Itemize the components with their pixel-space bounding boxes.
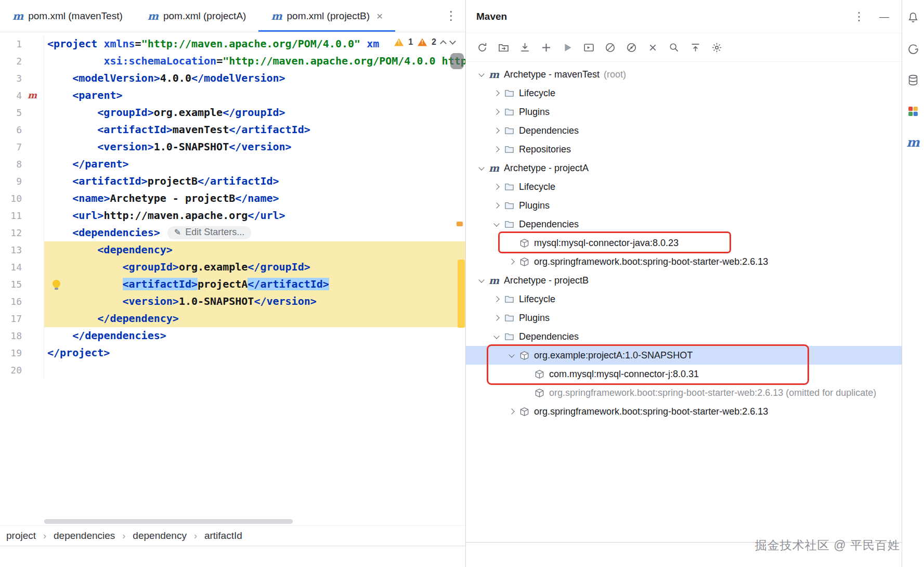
code-line[interactable]: 16 <version>1.0-SNAPSHOT</version> xyxy=(0,293,465,310)
notifications-icon[interactable] xyxy=(906,10,920,25)
chevron-right-icon[interactable] xyxy=(493,127,499,133)
breadcrumb-item[interactable]: project xyxy=(6,530,36,542)
collapse-all-button[interactable] xyxy=(689,42,701,54)
vertical-scrollbar-thumb[interactable] xyxy=(450,53,464,69)
code-line[interactable]: 5 <groupId>org.example</groupId> xyxy=(0,104,465,121)
code-text[interactable]: xsi:schemaLocation="http://maven.apache.… xyxy=(44,53,465,70)
code-text[interactable]: <parent> xyxy=(44,87,465,104)
tree-item[interactable]: Lifecycle xyxy=(466,84,902,102)
chevron-right-icon[interactable] xyxy=(509,408,514,414)
download-sources-button[interactable] xyxy=(519,42,531,54)
code-text[interactable]: <name>Archetype - projectB</name> xyxy=(44,190,465,207)
tree-item[interactable]: Plugins xyxy=(466,102,902,121)
chevron-down-icon[interactable] xyxy=(478,277,484,282)
chevron-down-icon[interactable] xyxy=(478,71,484,76)
tree-item[interactable]: Plugins xyxy=(466,308,902,327)
tree-item[interactable]: org.springframework.boot:spring-boot-sta… xyxy=(466,252,902,271)
gradle-icon[interactable] xyxy=(906,42,920,56)
code-text[interactable]: </project> xyxy=(44,344,465,362)
code-text[interactable]: <dependency> xyxy=(44,241,465,259)
tree-item[interactable]: Lifecycle xyxy=(466,290,902,308)
settings-button[interactable] xyxy=(711,42,723,54)
tree-item[interactable]: Repositories xyxy=(466,140,902,159)
code-text[interactable]: <dependencies>✎Edit Starters... xyxy=(44,224,465,241)
previous-issue-icon[interactable] xyxy=(440,40,447,47)
tree-item[interactable]: Plugins xyxy=(466,196,902,215)
code-line[interactable]: 12 <dependencies>✎Edit Starters... xyxy=(0,224,465,241)
generate-sources-button[interactable] xyxy=(498,42,510,54)
code-line[interactable]: 6 <artifactId>mavenTest</artifactId> xyxy=(0,121,465,138)
editor-tab[interactable]: mpom.xml (projectB)× xyxy=(258,0,395,32)
code-line[interactable]: 2 xsi:schemaLocation="http://maven.apach… xyxy=(0,53,465,70)
maven-module-icon[interactable]: m xyxy=(28,87,37,104)
database-icon[interactable] xyxy=(906,73,920,87)
code-text[interactable]: <version>1.0-SNAPSHOT</version> xyxy=(44,138,465,156)
reload-all-maven-projects-button[interactable] xyxy=(476,42,488,54)
add-maven-project-button[interactable] xyxy=(540,42,552,54)
code-area[interactable]: 1<project xmlns="http://maven.apache.org… xyxy=(0,32,465,379)
horizontal-scrollbar-thumb[interactable] xyxy=(44,519,293,524)
chevron-right-icon[interactable] xyxy=(509,259,514,264)
intention-bulb-icon[interactable] xyxy=(53,280,60,288)
chevron-right-icon[interactable] xyxy=(493,184,499,189)
code-text[interactable]: <artifactId>mavenTest</artifactId> xyxy=(44,121,465,138)
code-editor[interactable]: 1<project xmlns="http://maven.apache.org… xyxy=(0,32,465,518)
code-text[interactable]: </dependency> xyxy=(44,310,465,327)
code-line[interactable]: 3 <modelVersion>4.0.0</modelVersion> xyxy=(0,70,465,87)
chevron-right-icon[interactable] xyxy=(493,90,499,96)
maven-icon[interactable]: m xyxy=(906,135,920,150)
editor-tab[interactable]: mpom.xml (mavenTest) xyxy=(0,0,135,32)
code-text[interactable]: <groupId>org.example</groupId> xyxy=(44,259,465,276)
next-issue-icon[interactable] xyxy=(449,38,456,45)
code-line[interactable]: 17 </dependency> xyxy=(0,310,465,327)
code-line[interactable]: 14 <groupId>org.example</groupId> xyxy=(0,259,465,276)
more-options-icon[interactable]: ⋮ xyxy=(853,10,865,23)
breadcrumb-item[interactable]: dependencies xyxy=(54,530,115,542)
tree-item[interactable]: mArchetype - mavenTest(root) xyxy=(466,65,902,84)
tree-item[interactable]: org.springframework.boot:spring-boot-sta… xyxy=(466,402,902,421)
edit-starters-chip[interactable]: ✎Edit Starters... xyxy=(167,226,251,239)
tree-item[interactable]: com.mysql:mysql-connector-j:8.0.31 xyxy=(466,365,902,383)
tree-item[interactable]: mArchetype - projectA xyxy=(466,159,902,177)
chevron-down-icon[interactable] xyxy=(493,333,499,339)
toggle-offline-mode-button[interactable] xyxy=(626,42,637,54)
hide-tool-window-icon[interactable]: — xyxy=(879,11,891,22)
tree-item[interactable]: Dependencies xyxy=(466,327,902,346)
code-text[interactable]: <modelVersion>4.0.0</modelVersion> xyxy=(44,70,465,87)
run-maven-build-button[interactable] xyxy=(562,42,574,54)
code-text[interactable]: </dependencies> xyxy=(44,327,465,344)
close-tab-icon[interactable]: × xyxy=(376,10,383,22)
tree-item[interactable]: Dependencies xyxy=(466,215,902,234)
code-line[interactable]: 7 <version>1.0-SNAPSHOT</version> xyxy=(0,138,465,156)
tree-item[interactable]: Lifecycle xyxy=(466,177,902,196)
code-line[interactable]: 9 <artifactId>projectB</artifactId> xyxy=(0,173,465,190)
editor-tab[interactable]: mpom.xml (projectA) xyxy=(135,0,259,32)
tree-item[interactable]: org.example:projectA:1.0-SNAPSHOT xyxy=(466,346,902,365)
chevron-right-icon[interactable] xyxy=(493,296,499,302)
code-line[interactable]: 10 <name>Archetype - projectB</name> xyxy=(0,190,465,207)
close-button[interactable] xyxy=(647,42,659,54)
code-line[interactable]: 20 xyxy=(0,362,465,379)
code-line[interactable]: 19</project> xyxy=(0,344,465,362)
horizontal-scrollbar[interactable] xyxy=(0,518,465,525)
code-line[interactable]: 8 </parent> xyxy=(0,156,465,173)
chevron-right-icon[interactable] xyxy=(493,109,499,114)
code-text[interactable] xyxy=(44,362,465,379)
chevron-down-icon[interactable] xyxy=(509,352,514,357)
chevron-down-icon[interactable] xyxy=(478,164,484,170)
code-line[interactable]: 18 </dependencies> xyxy=(0,327,465,344)
code-text[interactable]: </parent> xyxy=(44,156,465,173)
tree-item[interactable]: mysql:mysql-connector-java:8.0.23 xyxy=(466,234,902,252)
tab-options-icon[interactable]: ⋮ xyxy=(437,0,465,32)
tree-item[interactable]: mArchetype - projectB xyxy=(466,271,902,290)
code-text[interactable]: <artifactId>projectB</artifactId> xyxy=(44,173,465,190)
code-line[interactable]: 13 <dependency> xyxy=(0,241,465,259)
show-dependency-analyzer-button[interactable] xyxy=(668,42,680,54)
tree-item[interactable]: org.springframework.boot:spring-boot-sta… xyxy=(466,383,902,402)
chevron-right-icon[interactable] xyxy=(493,146,499,152)
code-text[interactable]: <url>http://maven.apache.org</url> xyxy=(44,207,465,224)
code-line[interactable]: 4m <parent> xyxy=(0,87,465,104)
execute-maven-goal-button[interactable] xyxy=(583,42,595,54)
chevron-right-icon[interactable] xyxy=(493,315,499,320)
breadcrumb-item[interactable]: artifactId xyxy=(204,530,242,542)
